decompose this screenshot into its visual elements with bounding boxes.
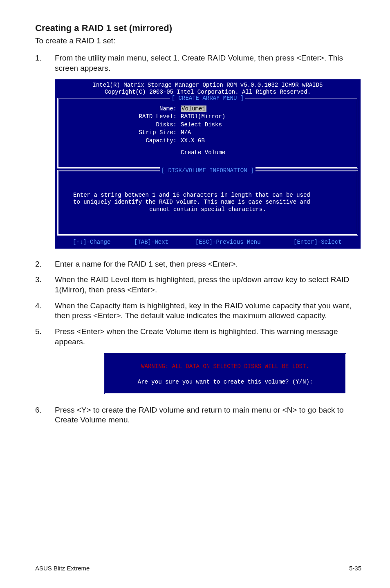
bios-bottom-bar: [↑↓]-Change [TAB]-Next [ESC]-Previous Me…: [55, 237, 361, 249]
step-number: 5.: [35, 327, 55, 337]
field-raid-value: RAID1(Mirror): [181, 113, 351, 121]
page-footer: ASUS Blitz Extreme 5-35: [35, 562, 361, 572]
field-strip: Strip Size: N/A: [64, 129, 351, 137]
step-number: 1.: [35, 53, 55, 63]
create-volume-action: Create Volume: [64, 149, 351, 157]
field-capacity-label: Capacity:: [64, 137, 181, 145]
bios-screenshot: Intel(R) Matrix Storage Manager Option R…: [55, 79, 361, 249]
step-text: Press <Y> to create the RAID volume and …: [55, 405, 361, 425]
field-name: Name: Volume1: [64, 105, 351, 113]
step-4: 4. When the Capacity item is highlighted…: [35, 301, 361, 321]
disk-volume-info-title: [ DISK/VOLUME INFORMATION ]: [58, 167, 357, 175]
field-name-label: Name:: [64, 105, 181, 113]
step-text: When the Capacity item is highlighted, k…: [55, 301, 361, 321]
step-6: 6. Press <Y> to create the RAID volume a…: [35, 405, 361, 425]
step-3: 3. When the RAID Level item is highlight…: [35, 275, 361, 295]
field-capacity: Capacity: XX.X GB: [64, 137, 351, 145]
step-number: 3.: [35, 275, 55, 285]
warning-text: WARNING: ALL DATA ON SELECTED DISKS WILL…: [112, 363, 339, 370]
field-strip-label: Strip Size:: [64, 129, 181, 137]
step-text: From the utility main menu, select 1. Cr…: [55, 53, 361, 73]
field-disks-label: Disks:: [64, 121, 181, 129]
nav-next: [TAB]-Next: [134, 239, 195, 246]
footer-left: ASUS Blitz Extreme: [35, 565, 90, 572]
step-number: 6.: [35, 405, 55, 415]
page-heading: Creating a RAID 1 set (mirrored): [35, 23, 361, 34]
steps-list: 1. From the utility main menu, select 1.…: [35, 53, 361, 73]
create-array-title: [ CREATE ARRAY MENU ]: [58, 95, 357, 102]
create-array-frame: [ CREATE ARRAY MENU ] Name: Volume1 RAID…: [57, 98, 358, 168]
field-disks: Disks: Select Disks: [64, 121, 351, 129]
prompt-text: Are you sure you want to create this vol…: [112, 379, 339, 385]
disk-volume-info-frame: [ DISK/VOLUME INFORMATION ] Enter a stri…: [57, 170, 358, 236]
nav-prev: [ESC]-Previous Menu: [195, 239, 294, 246]
footer-right: 5-35: [349, 565, 361, 572]
bios-title-1: Intel(R) Matrix Storage Manager Option R…: [55, 82, 361, 89]
field-raid-label: RAID Level:: [64, 113, 181, 121]
step-text: Press <Enter> when the Create Volume ite…: [55, 327, 361, 347]
info-line-2: to uniquely identify the RAID volume. Th…: [73, 199, 342, 206]
step-text: When the RAID Level item is highlighted,…: [55, 275, 361, 295]
info-line-3: cannot contain special characters.: [73, 206, 342, 213]
warning-dialog-screenshot: WARNING: ALL DATA ON SELECTED DISKS WILL…: [104, 353, 361, 395]
nav-select: [Enter]-Select: [294, 239, 342, 246]
intro-text: To create a RAID 1 set:: [35, 36, 361, 46]
step-text: Enter a name for the RAID 1 set, then pr…: [55, 259, 361, 269]
field-name-value: Volume1: [181, 105, 206, 112]
step-2: 2. Enter a name for the RAID 1 set, then…: [35, 259, 361, 269]
field-raid-level: RAID Level: RAID1(Mirror): [64, 113, 351, 121]
steps-list-2: 2. Enter a name for the RAID 1 set, then…: [35, 259, 361, 347]
step-number: 4.: [35, 301, 55, 311]
field-strip-value: N/A: [181, 129, 351, 137]
steps-list-3: 6. Press <Y> to create the RAID volume a…: [35, 405, 361, 425]
info-line-1: Enter a string between 1 and 16 characte…: [73, 192, 342, 199]
nav-change: [↑↓]-Change: [73, 239, 134, 246]
step-1: 1. From the utility main menu, select 1.…: [35, 53, 361, 73]
step-number: 2.: [35, 259, 55, 269]
step-5: 5. Press <Enter> when the Create Volume …: [35, 327, 361, 347]
field-capacity-value: XX.X GB: [181, 137, 351, 145]
field-disks-value: Select Disks: [181, 121, 351, 129]
